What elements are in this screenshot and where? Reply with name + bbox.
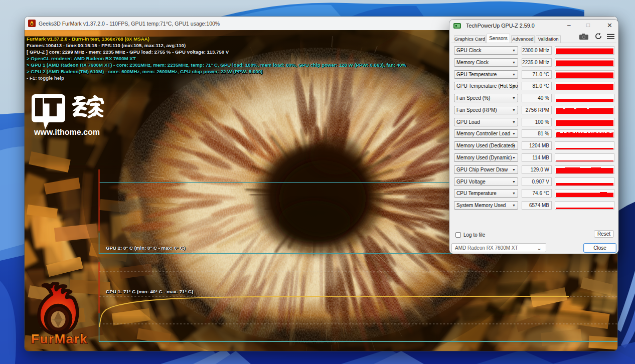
svg-text:FurMark: FurMark	[31, 331, 88, 346]
svg-text:www.ithome.com: www.ithome.com	[34, 128, 100, 136]
